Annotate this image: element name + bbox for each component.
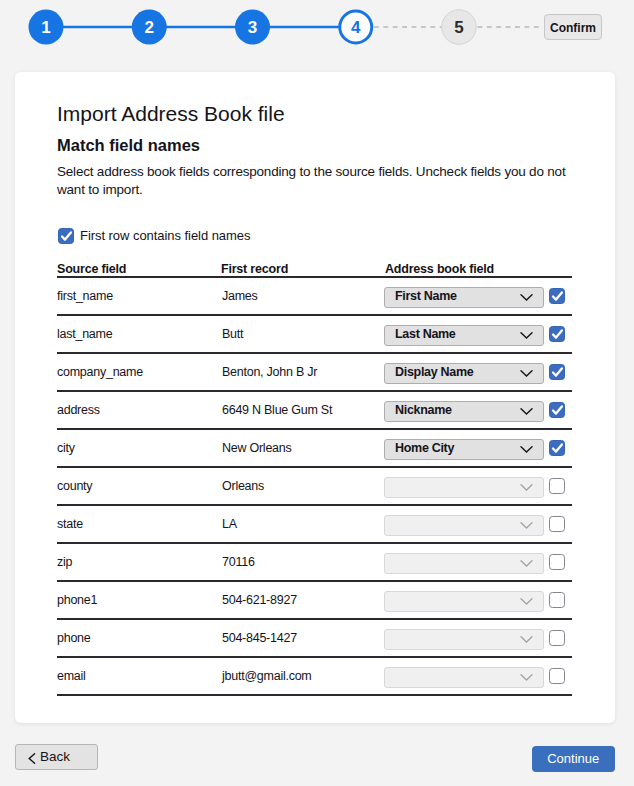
svg-text:5: 5 — [454, 18, 463, 37]
svg-text:4: 4 — [351, 18, 361, 37]
svg-text:3: 3 — [248, 18, 257, 37]
svg-text:2: 2 — [145, 18, 154, 37]
svg-text:1: 1 — [41, 18, 50, 37]
